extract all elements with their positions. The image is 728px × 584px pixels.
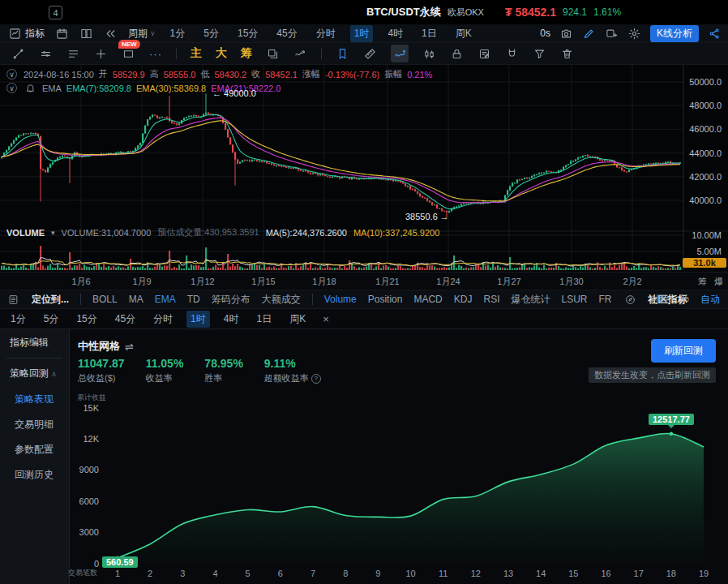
change-value: -0.13%(-77.6) xyxy=(325,70,379,79)
alert-bell-icon[interactable] xyxy=(24,81,37,95)
brush-tool-selected[interactable] xyxy=(391,45,409,62)
equity-x-tick: 2 xyxy=(148,569,152,578)
locate-icon[interactable] xyxy=(6,293,20,307)
candlestick-chart[interactable] xyxy=(0,65,728,270)
percent-scale-toggle[interactable]: % xyxy=(680,293,689,307)
time-axis[interactable]: 筹爆 1月61月91月121月151月181月211月241月271月302月2 xyxy=(0,272,728,289)
cross-line-tool-icon[interactable] xyxy=(94,47,108,61)
auto-scale-toggle[interactable]: 自动 xyxy=(700,293,720,307)
burst-axis-toggle[interactable]: 爆 xyxy=(714,276,723,288)
parallel-lines-tool-icon[interactable] xyxy=(39,47,53,61)
kline-chart-section[interactable]: ∨ 2024-08-16 15:00 开58529.9 高58555.0 低58… xyxy=(0,65,728,289)
indicator-menu[interactable]: 指标 xyxy=(8,27,45,41)
big-data-tool[interactable]: 大 xyxy=(216,46,227,61)
kline-analysis-button[interactable]: K线分析 xyxy=(650,25,699,42)
trash-icon[interactable] xyxy=(560,47,574,61)
wave-marker-icon[interactable] xyxy=(293,47,307,61)
compare-layout-icon[interactable] xyxy=(79,27,93,41)
equity-curve-chart[interactable] xyxy=(0,329,728,584)
tab-fr[interactable]: FR xyxy=(599,294,612,305)
subperiod-45m[interactable]: 45分 xyxy=(111,311,139,328)
screenshot-icon[interactable] xyxy=(559,27,573,41)
timeframe-1d[interactable]: 1日 xyxy=(418,25,441,42)
timeframe-minute[interactable]: 分时 xyxy=(312,25,340,42)
tab-ma[interactable]: MA xyxy=(129,294,143,305)
collapse-circle-icon[interactable]: ∨ xyxy=(6,83,17,93)
subperiod-1m[interactable]: 1分 xyxy=(6,311,30,328)
main-chart-tool[interactable]: 主 xyxy=(191,46,202,61)
symbol-name: BTC/USDT永续 xyxy=(366,5,441,19)
tab-td[interactable]: TD xyxy=(187,294,200,305)
tab-position[interactable]: Position xyxy=(368,294,403,305)
sub-period-bar: 1分 5分 15分 45分 分时 1时 4时 1日 周K × xyxy=(0,309,728,328)
subperiod-15m[interactable]: 15分 xyxy=(72,311,101,328)
bookmark-icon[interactable] xyxy=(336,47,349,61)
settings-gear-icon[interactable] xyxy=(627,27,641,41)
rectangle-tool-icon[interactable] xyxy=(122,47,135,61)
current-volume-badge: 31.0k xyxy=(683,258,726,268)
indicator-tab-bar: 定位到... BOLL MA EMA TD 筹码分布 大额成交 Volume P… xyxy=(0,290,728,309)
first-point-badge: 560.59 xyxy=(102,556,138,568)
subperiod-1d[interactable]: 1日 xyxy=(252,311,276,328)
order-form-icon[interactable] xyxy=(477,47,491,61)
locate-button[interactable]: 定位到... xyxy=(32,293,69,307)
candle-datetime: 2024-08-16 15:00 xyxy=(24,70,94,79)
tab-large-trades[interactable]: 大额成交 xyxy=(262,293,301,307)
measure-ruler-icon[interactable] xyxy=(363,47,377,61)
new-window-icon[interactable] xyxy=(605,27,619,41)
magnet-icon[interactable] xyxy=(505,47,519,61)
equity-y-tick: 0 xyxy=(70,559,99,569)
timeframe-45m[interactable]: 45分 xyxy=(272,25,301,42)
period-menu[interactable]: 周期∨ xyxy=(128,27,156,41)
community-icon xyxy=(623,293,637,307)
tab-ema[interactable]: EMA xyxy=(155,294,176,305)
timeframe-5m[interactable]: 5分 xyxy=(199,25,223,42)
lock-icon[interactable] xyxy=(450,47,464,61)
tab-volume[interactable]: Volume xyxy=(324,294,357,305)
tab-chip-distribution[interactable]: 筹码分布 xyxy=(212,293,251,307)
calendar-icon[interactable] xyxy=(55,27,69,41)
draw-icon[interactable] xyxy=(582,27,596,41)
high-label: 高 xyxy=(150,68,159,80)
chevron-down-icon[interactable]: ▾ xyxy=(51,229,55,237)
fib-lines-tool-icon[interactable] xyxy=(66,47,80,61)
timeframe-1m[interactable]: 1分 xyxy=(166,25,190,42)
tab-kdj[interactable]: KDJ xyxy=(454,294,473,305)
volume-title[interactable]: VOLUME xyxy=(6,228,45,238)
chip-axis-toggle[interactable]: 筹 xyxy=(698,276,707,288)
more-tools-icon[interactable]: ··· xyxy=(149,48,162,60)
subperiod-4h[interactable]: 4时 xyxy=(220,311,243,328)
trendline-tool-icon[interactable] xyxy=(11,47,25,61)
subperiod-1h[interactable]: 1时 xyxy=(186,311,210,328)
exchange-name: 欧易OKX xyxy=(448,6,484,19)
log-scale-toggle[interactable]: 对数 xyxy=(649,293,669,307)
equity-x-tick: 10 xyxy=(405,569,415,578)
subperiod-5m[interactable]: 5分 xyxy=(40,311,63,328)
tab-lsur[interactable]: LSUR xyxy=(561,294,587,305)
close-icon[interactable]: × xyxy=(323,313,329,325)
timeframe-4h[interactable]: 4时 xyxy=(383,25,407,42)
subperiod-1w[interactable]: 周K xyxy=(285,311,310,328)
equity-x-tick: 8 xyxy=(343,569,348,578)
timeframe-1h[interactable]: 1时 xyxy=(350,25,374,42)
timeframe-1w[interactable]: 周K xyxy=(452,25,476,42)
subperiod-minute[interactable]: 分时 xyxy=(149,311,177,328)
tab-boll[interactable]: BOLL xyxy=(92,294,118,305)
tab-macd[interactable]: MACD xyxy=(413,294,442,305)
share-icon[interactable] xyxy=(708,27,722,41)
template-stamp-icon[interactable] xyxy=(266,47,280,61)
tab-liquidation[interactable]: 爆仓统计 xyxy=(511,293,550,307)
time-tick: 1月9 xyxy=(132,276,151,288)
candle-compare-icon[interactable] xyxy=(422,47,436,61)
rewind-icon[interactable] xyxy=(104,27,118,41)
price-change: 924.1 xyxy=(563,6,587,18)
filter-funnel-icon[interactable] xyxy=(533,47,546,61)
brush-icon xyxy=(393,47,407,61)
divider xyxy=(176,48,177,59)
chip-tool[interactable]: 筹 xyxy=(241,46,252,61)
equity-x-tick: 14 xyxy=(536,569,546,578)
equity-y-tick: 12K xyxy=(70,434,99,444)
collapse-circle-icon[interactable]: ∨ xyxy=(6,69,17,79)
timeframe-15m[interactable]: 15分 xyxy=(233,25,262,42)
tab-rsi[interactable]: RSI xyxy=(483,294,499,305)
